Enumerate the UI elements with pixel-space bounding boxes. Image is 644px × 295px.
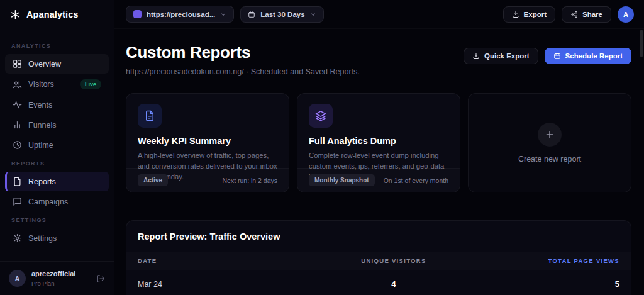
table-header-row: DATE UNIQUE VISITORS TOTAL PAGE VIEWS (126, 252, 631, 270)
file-icon (13, 177, 22, 186)
clock-icon (13, 140, 22, 150)
sidebar-item-label: Uptime (28, 141, 101, 150)
user-meta: apreezofficial Pro Plan (31, 269, 91, 287)
bar-chart-icon (13, 120, 22, 130)
share-icon (570, 11, 578, 18)
sidebar-item-funnels[interactable]: Funnels (5, 115, 109, 135)
date-range-value: Last 30 Days (260, 11, 304, 18)
sidebar-item-label: Visitors (28, 80, 74, 89)
asterisk-logo-icon (10, 9, 21, 20)
card-footer: Monthly Snapshot On 1st of every month (297, 168, 460, 192)
sidebar-item-label: Settings (28, 234, 101, 243)
sidebar-item-uptime[interactable]: Uptime (5, 135, 109, 155)
gear-icon (13, 233, 22, 243)
share-label: Share (582, 11, 602, 18)
column-header-unique-visitors: UNIQUE VISITORS (318, 257, 469, 264)
chevron-down-icon (310, 11, 316, 18)
user-name: apreezofficial (31, 269, 91, 278)
export-button[interactable]: Export (503, 6, 555, 23)
sidebar-item-label: Events (28, 101, 101, 109)
plus-icon (538, 123, 562, 147)
calendar-icon (553, 52, 561, 60)
status-badge: Active (138, 174, 168, 186)
column-header-date: DATE (138, 257, 318, 264)
card-meta: Next run: in 2 days (222, 177, 277, 184)
quick-export-button[interactable]: Quick Export (464, 48, 538, 64)
page-title-block: Custom Reports https://preciousadedokun.… (126, 43, 360, 76)
topbar: https://preciousad... Last 30 Days Expor… (114, 0, 644, 29)
users-icon (13, 80, 22, 89)
cell-total-page-views: 5 (469, 279, 619, 289)
report-card-analytics-dump[interactable]: Full Analytics Dump Complete row-level e… (297, 93, 460, 192)
layers-icon (309, 104, 333, 128)
scrollbar-thumb[interactable] (640, 30, 643, 57)
chevron-down-icon (220, 11, 226, 18)
sidebar-item-label: Funnels (28, 121, 101, 130)
user-plan: Pro Plan (31, 280, 91, 287)
sidebar-item-label: Campaigns (28, 198, 101, 206)
page-subtitle: https://preciousadedokun.com.ng/ · Sched… (126, 67, 360, 76)
schedule-report-button[interactable]: Schedule Report (545, 48, 631, 64)
cell-unique-visitors: 4 (318, 279, 469, 289)
user-box: A apreezofficial Pro Plan (0, 261, 114, 295)
app-logo[interactable]: Apanalytics (0, 0, 114, 29)
sidebar-item-campaigns[interactable]: Campaigns (5, 192, 109, 211)
site-selector-value: https://preciousad... (147, 11, 215, 18)
schedule-report-label: Schedule Report (565, 52, 623, 60)
card-footer: Active Next run: in 2 days (126, 168, 289, 192)
sidebar-nav: ANALYTICS Overview Visitors Live Events (0, 29, 114, 261)
nav-section-reports: REPORTS (4, 155, 110, 171)
file-text-icon (138, 104, 162, 128)
nav-section-settings: SETTINGS (4, 212, 110, 228)
sidebar-item-label: Overview (28, 60, 101, 69)
create-report-card[interactable]: Create new report (468, 93, 631, 192)
sidebar: Apanalytics ANALYTICS Overview Visitors … (0, 0, 114, 295)
topbar-actions: Export Share A (503, 6, 634, 23)
sidebar-item-overview[interactable]: Overview (5, 54, 109, 74)
page-header: Custom Reports https://preciousadedokun.… (126, 43, 631, 76)
chat-icon (13, 197, 22, 206)
activity-icon (13, 100, 22, 109)
user-avatar[interactable]: A (9, 270, 26, 287)
table-row: Mar 24 4 5 (126, 270, 631, 295)
export-label: Export (524, 11, 547, 18)
cell-date: Mar 24 (138, 280, 318, 289)
main-content: Custom Reports https://preciousadedokun.… (114, 29, 644, 295)
card-title: Full Analytics Dump (309, 136, 448, 146)
column-header-total-page-views: TOTAL PAGE VIEWS (469, 257, 619, 264)
report-preview-panel: Report Preview: Traffic Overview DATE UN… (126, 220, 631, 295)
share-button[interactable]: Share (562, 6, 611, 23)
nav-section-analytics: ANALYTICS (4, 38, 110, 53)
page-actions: Quick Export Schedule Report (464, 48, 631, 64)
report-preview-title: Report Preview: Traffic Overview (126, 221, 631, 252)
account-avatar[interactable]: A (618, 6, 634, 23)
sidebar-item-events[interactable]: Events (5, 95, 109, 114)
download-icon (512, 11, 519, 18)
site-selector[interactable]: https://preciousad... (126, 6, 234, 23)
sidebar-item-reports[interactable]: Reports (5, 172, 109, 191)
quick-export-label: Quick Export (484, 52, 530, 60)
date-range-selector[interactable]: Last 30 Days (240, 6, 323, 23)
report-card-weekly-kpi[interactable]: Weekly KPI Summary A high-level overview… (126, 93, 289, 192)
card-title: Weekly KPI Summary (138, 136, 277, 146)
logout-icon[interactable] (96, 274, 105, 283)
sidebar-item-settings[interactable]: Settings (5, 228, 109, 248)
page-title: Custom Reports (126, 43, 360, 62)
status-badge: Monthly Snapshot (309, 174, 375, 186)
sidebar-item-visitors[interactable]: Visitors Live (5, 74, 109, 94)
app-name: Apanalytics (26, 9, 79, 19)
calendar-icon (248, 11, 255, 18)
site-favicon (133, 10, 142, 18)
sidebar-item-label: Reports (28, 177, 101, 186)
create-report-label: Create new report (518, 155, 581, 164)
grid-icon (13, 59, 22, 69)
download-icon (472, 52, 480, 60)
card-meta: On 1st of every month (384, 177, 448, 184)
live-badge: Live (80, 79, 101, 89)
report-cards: Weekly KPI Summary A high-level overview… (126, 93, 631, 192)
